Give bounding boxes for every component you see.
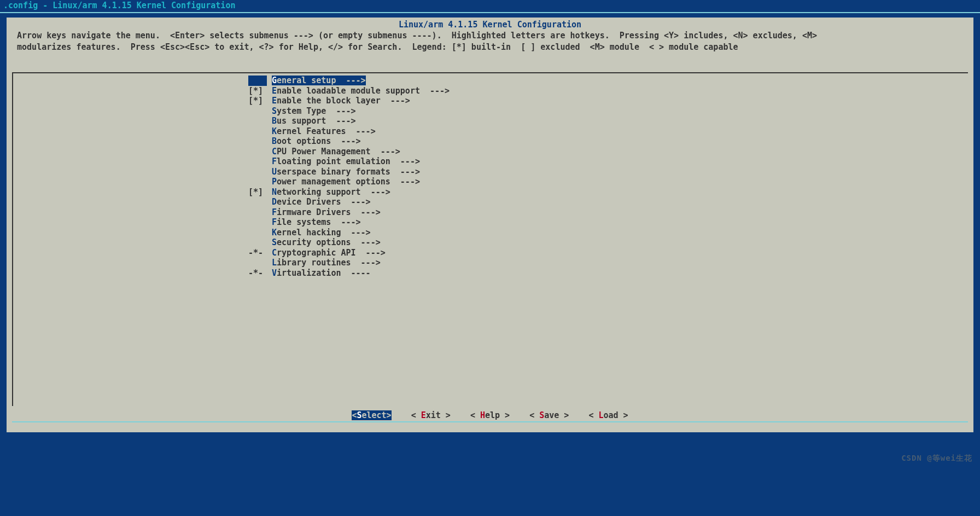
save-button[interactable]: < Save > — [529, 410, 569, 420]
menu-item-hotkey: F — [272, 207, 277, 217]
menu-item-hotkey: B — [272, 116, 277, 126]
menu-item-prefix — [248, 228, 267, 238]
menu-item-prefix — [248, 116, 267, 126]
menu-item[interactable]: CPU Power Management ---> — [248, 147, 489, 157]
menu-item-prefix — [248, 76, 267, 86]
button-hotkey: S — [539, 410, 544, 420]
menu-item-hotkey: U — [272, 167, 277, 177]
panel-title: Linux/arm 4.1.15 Kernel Configuration — [7, 18, 973, 30]
button-prefix: < — [529, 410, 539, 420]
menu-item[interactable]: Device Drivers ---> — [248, 197, 489, 207]
watermark: CSDN @等wei生花 — [901, 454, 972, 463]
menu-item-text: PU Power Management ---> — [277, 147, 400, 156]
panel-bottom-divider — [12, 421, 968, 422]
button-hotkey: E — [421, 410, 426, 420]
menu-item-prefix: [*] — [248, 96, 267, 106]
menu-item-hotkey: C — [272, 248, 277, 258]
menu-item-text: us support ---> — [277, 116, 356, 126]
exit-button[interactable]: < Exit > — [411, 410, 451, 420]
menu-item-hotkey: B — [272, 136, 277, 146]
menu-item-hotkey: S — [272, 106, 277, 116]
menu-item[interactable]: General setup ---> — [248, 76, 489, 86]
menu-item-text: ernel Features ---> — [277, 126, 376, 136]
menu-item-hotkey: G — [272, 76, 277, 85]
menu-item-hotkey: N — [272, 187, 277, 197]
select-button[interactable]: <Select> — [352, 410, 391, 420]
menu-item-prefix: [*] — [248, 86, 267, 96]
menu-item[interactable]: Floating point emulation ---> — [248, 156, 489, 167]
menu-item-prefix — [248, 126, 267, 137]
menu-item-prefix — [248, 237, 267, 248]
menu-item[interactable]: File systems ---> — [248, 217, 489, 228]
menu-item-prefix — [248, 197, 267, 207]
menu-item-prefix — [248, 106, 267, 117]
help-line-2: modularizes features. Press <Esc><Esc> t… — [7, 41, 973, 53]
menu-item-label: General setup ---> — [272, 76, 366, 85]
menu-item-hotkey: L — [272, 258, 277, 268]
menu-item-text: ernel hacking ---> — [277, 228, 371, 237]
button-prefix: < — [470, 410, 480, 420]
menu-item-label: Kernel Features ---> — [272, 126, 376, 136]
menu-item[interactable]: -*- Cryptographic API ---> — [248, 248, 489, 258]
menu-item-label: File systems ---> — [272, 217, 361, 227]
button-bar: <Select>< Exit >< Help >< Save >< Load > — [7, 410, 973, 420]
menu-item-label: Power management options ---> — [272, 177, 420, 187]
menu-item-prefix — [248, 167, 267, 177]
menu-item[interactable]: Boot options ---> — [248, 136, 489, 147]
menu-item[interactable]: Firmware Drivers ---> — [248, 207, 489, 218]
menu-item-label: Cryptographic API ---> — [272, 248, 386, 258]
menu-frame: General setup --->[*] Enable loadable mo… — [12, 72, 968, 406]
menu-item-hotkey: V — [272, 268, 277, 278]
menu-item-text: ecurity options ---> — [277, 237, 381, 247]
menu-item-text: ibrary routines ---> — [277, 258, 381, 268]
menu-item[interactable]: [*] Enable loadable module support ---> — [248, 86, 489, 96]
menu-item[interactable]: Kernel hacking ---> — [248, 228, 489, 238]
menu-item[interactable]: Userspace binary formats ---> — [248, 167, 489, 177]
menu-item[interactable]: Security options ---> — [248, 237, 489, 248]
menu-item-text: loating point emulation ---> — [277, 156, 420, 166]
menu-item-text: irtualization ---- — [277, 268, 371, 278]
menu-item-label: Boot options ---> — [272, 136, 361, 146]
menu-item[interactable]: System Type ---> — [248, 106, 489, 117]
menu-item-label: Enable the block layer ---> — [272, 96, 410, 106]
menu-item-text: nable the block layer ---> — [277, 96, 410, 106]
help-button[interactable]: < Help > — [470, 410, 510, 420]
menu-item-label: CPU Power Management ---> — [272, 147, 400, 156]
title-divider — [0, 12, 980, 13]
menu-item[interactable]: [*] Enable the block layer ---> — [248, 96, 489, 106]
menu-item-text: nable loadable module support ---> — [277, 86, 450, 96]
button-suffix: elp > — [485, 410, 510, 420]
menu-item-label: Security options ---> — [272, 237, 381, 247]
load-button[interactable]: < Load > — [588, 410, 628, 420]
menu-item-prefix — [248, 217, 267, 228]
menu-item-hotkey: E — [272, 86, 277, 96]
menu-item[interactable]: Bus support ---> — [248, 116, 489, 126]
menu-item-hotkey: P — [272, 177, 277, 187]
button-suffix: elect> — [361, 410, 391, 420]
menu-item-label: Kernel hacking ---> — [272, 228, 371, 237]
menu-item-text: irmware Drivers ---> — [277, 207, 381, 217]
menu-item[interactable]: Library routines ---> — [248, 258, 489, 268]
menu-item[interactable]: -*- Virtualization ---- — [248, 268, 489, 279]
button-prefix: < — [588, 410, 598, 420]
main-panel: Linux/arm 4.1.15 Kernel Configuration Ar… — [5, 18, 975, 433]
menu-item[interactable]: [*] Networking support ---> — [248, 187, 489, 198]
menu-item-label: Userspace binary formats ---> — [272, 167, 420, 177]
window-title: .config - Linux/arm 4.1.15 Kernel Config… — [0, 0, 980, 11]
menu-item-prefix — [248, 258, 267, 268]
button-hotkey: H — [480, 410, 485, 420]
menu-item-hotkey: D — [272, 197, 277, 207]
menu-item-hotkey: F — [272, 217, 277, 227]
menu-item-label: System Type ---> — [272, 106, 356, 116]
menu-item-hotkey: F — [272, 156, 277, 166]
help-line-1: Arrow keys navigate the menu. <Enter> se… — [7, 30, 973, 41]
menu-item-prefix — [248, 177, 267, 187]
menu-item-label: Floating point emulation ---> — [272, 156, 420, 166]
menu-item-hotkey: E — [272, 96, 277, 106]
menu-item[interactable]: Power management options ---> — [248, 177, 489, 187]
menu-item-label: Networking support ---> — [272, 187, 390, 197]
menu-item[interactable]: Kernel Features ---> — [248, 126, 489, 137]
menu-item-text: ower management options ---> — [277, 177, 420, 187]
menu-item-text: eneral setup ---> — [277, 76, 366, 85]
menu-item-label: Virtualization ---- — [272, 268, 371, 278]
